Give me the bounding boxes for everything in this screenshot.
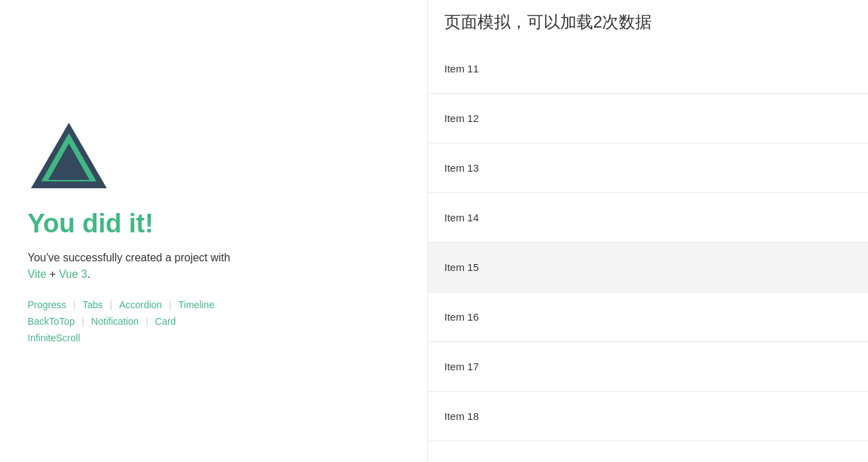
nav-row-1: Progress | Tabs | Accordion | Timeline: [28, 299, 400, 310]
list-item: Item 11: [428, 44, 868, 94]
nav-row-2: BackToTop | Notification | Card: [28, 316, 400, 327]
nav-accordion[interactable]: Accordion: [119, 299, 162, 310]
vue-logo: [28, 119, 110, 195]
item-label: Item 17: [444, 361, 479, 372]
sep-5: |: [145, 316, 148, 327]
item-label: Item 11: [444, 63, 479, 74]
sep-4: |: [81, 316, 84, 327]
nav-card[interactable]: Card: [155, 316, 176, 327]
sep-3: |: [169, 299, 172, 310]
nav-progress[interactable]: Progress: [28, 299, 66, 310]
item-label: Item 18: [444, 410, 479, 422]
list-item: Item 13: [428, 143, 868, 193]
list-item: Item 14: [428, 193, 868, 243]
item-label: Item 15: [444, 261, 479, 273]
period: .: [87, 268, 90, 280]
plus-text: +: [50, 268, 59, 280]
list-item: Item 17: [428, 342, 868, 392]
right-header: 页面模拟，可以加载2次数据: [428, 0, 868, 44]
item-label: Item 12: [444, 112, 479, 124]
right-title: 页面模拟，可以加载2次数据: [444, 11, 851, 33]
subtitle-text: You've successfully created a project wi…: [28, 252, 230, 263]
left-panel: You did it! You've successfully created …: [0, 0, 427, 462]
sep-1: |: [73, 299, 76, 310]
item-label: Item 14: [444, 212, 479, 223]
list-item: Item 18: [428, 392, 868, 441]
page-title: You did it!: [28, 209, 154, 239]
sep-2: |: [110, 299, 112, 310]
item-label: Item 16: [444, 311, 479, 323]
nav-notification[interactable]: Notification: [91, 316, 138, 327]
nav-timeline[interactable]: Timeline: [178, 299, 214, 310]
left-content: You did it! You've successfully created …: [28, 119, 400, 343]
nav-row-3: InfiniteScroll: [28, 332, 400, 343]
vue-link[interactable]: Vue 3: [59, 268, 87, 280]
subtitle: You've successfully created a project wi…: [28, 250, 230, 283]
item-label: Item 13: [444, 162, 479, 174]
right-panel: 页面模拟，可以加载2次数据 Item 11 Item 12 Item 13 It…: [427, 0, 868, 462]
vite-link[interactable]: Vite: [28, 268, 46, 280]
list-item: Item 15: [428, 243, 868, 292]
nav-backtotop[interactable]: BackToTop: [28, 316, 74, 327]
nav-tabs[interactable]: Tabs: [83, 299, 103, 310]
nav-infinitescroll[interactable]: InfiniteScroll: [28, 332, 80, 343]
list-item: Item 16: [428, 292, 868, 342]
list-item: Item 12: [428, 94, 868, 143]
list-container[interactable]: Item 11 Item 12 Item 13 Item 14 Item 15 …: [428, 44, 868, 462]
nav-links: Progress | Tabs | Accordion | Timeline B…: [28, 299, 400, 343]
